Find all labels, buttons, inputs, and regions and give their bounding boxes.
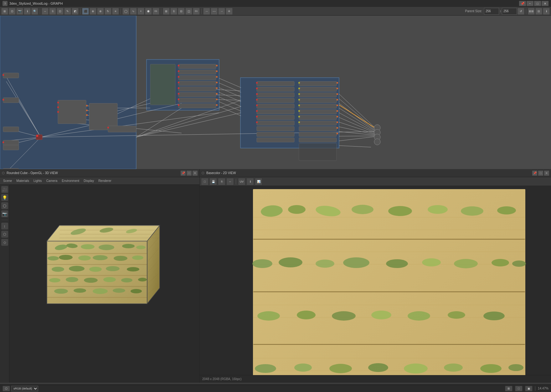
tab-camera[interactable]: Camera bbox=[44, 178, 59, 183]
svg-rect-92 bbox=[257, 93, 294, 97]
pin-button[interactable]: 📌 bbox=[519, 1, 526, 6]
render-camera-icon[interactable]: 📷 bbox=[1, 210, 8, 217]
maximize-button[interactable]: □ bbox=[534, 1, 541, 6]
tb-dot[interactable]: ·− bbox=[203, 8, 210, 15]
svg-rect-135 bbox=[337, 116, 338, 117]
tb-info[interactable]: ℹ bbox=[24, 8, 31, 15]
svg-point-175 bbox=[52, 267, 64, 272]
tb-node1[interactable]: ⬟ bbox=[145, 8, 152, 15]
tb-arrow2[interactable]: −− bbox=[211, 8, 218, 15]
tb-split[interactable]: ◫ bbox=[185, 8, 192, 15]
svg-rect-65 bbox=[150, 64, 175, 105]
tb-zoom[interactable]: 🔍 bbox=[31, 8, 38, 15]
tb-camera[interactable]: 📷 bbox=[16, 8, 23, 15]
svg-point-182 bbox=[84, 278, 98, 283]
svg-point-246 bbox=[257, 311, 280, 321]
tb-home[interactable]: ⊞ bbox=[1, 8, 8, 15]
tab-display[interactable]: Display bbox=[82, 178, 96, 183]
svg-point-239 bbox=[316, 260, 334, 268]
tb-menu[interactable]: ≡ bbox=[112, 8, 119, 15]
tb-copy[interactable]: ⎘ bbox=[49, 8, 56, 15]
tb-num01[interactable]: 01 bbox=[152, 8, 159, 15]
tb-fill[interactable]: ⬛ bbox=[82, 8, 89, 15]
svg-line-48 bbox=[339, 105, 376, 128]
shape-icon[interactable]: ⬡ bbox=[1, 231, 8, 238]
tab-materials[interactable]: Materials bbox=[14, 178, 31, 183]
tab-scene[interactable]: Scene bbox=[1, 178, 14, 183]
camera-view-icon[interactable]: 🎥 bbox=[1, 186, 8, 193]
tb-target[interactable]: ✛ bbox=[226, 8, 233, 15]
svg-rect-139 bbox=[58, 100, 86, 124]
svg-rect-80 bbox=[178, 99, 179, 100]
svg-point-233 bbox=[388, 206, 412, 216]
tb-edit[interactable]: ✎ bbox=[64, 8, 71, 15]
2d-btn-save[interactable]: 💾 bbox=[209, 178, 217, 185]
transform-icon[interactable]: ↕ bbox=[1, 223, 8, 230]
svg-line-23 bbox=[339, 122, 376, 134]
svg-rect-111 bbox=[299, 93, 337, 97]
2d-btn-1[interactable]: □ bbox=[201, 178, 209, 185]
svg-point-259 bbox=[480, 364, 502, 373]
svg-rect-1 bbox=[147, 59, 219, 110]
2d-btn-chart[interactable]: 📊 bbox=[255, 178, 262, 185]
parent-size-input-1[interactable] bbox=[484, 8, 499, 15]
view3d-close[interactable]: ✕ bbox=[193, 171, 198, 176]
tb-filter[interactable]: ⎘ bbox=[170, 8, 177, 15]
graph-area[interactable] bbox=[0, 16, 551, 169]
color-mode-btn[interactable]: ⬡ bbox=[3, 386, 10, 391]
svg-rect-125 bbox=[298, 105, 300, 106]
svg-rect-115 bbox=[299, 115, 337, 120]
2d-btn-copy[interactable]: ⎘ bbox=[218, 178, 225, 185]
tb-arrow3[interactable]: → bbox=[218, 8, 225, 15]
svg-line-8 bbox=[136, 106, 241, 137]
tb-multiview[interactable]: ⊞⊞ bbox=[528, 8, 535, 15]
status-view-btn[interactable]: □ bbox=[515, 386, 523, 391]
texture-preview-svg bbox=[200, 186, 551, 383]
view2d-pin[interactable]: 📌 bbox=[532, 171, 537, 176]
svg-rect-96 bbox=[257, 115, 294, 120]
tb-wave[interactable]: ∿ bbox=[130, 8, 137, 15]
tb-merge[interactable]: ⊟ bbox=[178, 8, 185, 15]
view2d-close[interactable]: ✕ bbox=[544, 171, 549, 176]
tab-lights[interactable]: Lights bbox=[32, 178, 44, 183]
tb-sub[interactable]: ⊗ bbox=[97, 8, 104, 15]
2d-btn-info[interactable]: ℹ bbox=[246, 178, 254, 185]
view2d-max[interactable]: □ bbox=[538, 171, 543, 176]
svg-rect-61 bbox=[3, 142, 4, 143]
tb-grid2[interactable]: ⊞ bbox=[163, 8, 170, 15]
tb-mask[interactable]: ◩ bbox=[72, 8, 79, 15]
close-button[interactable]: ✕ bbox=[542, 1, 548, 6]
parent-size-label: Parent Size: bbox=[464, 9, 483, 13]
tb-circle[interactable]: ◯ bbox=[122, 8, 129, 15]
view3d-pin[interactable]: 📌 bbox=[181, 171, 186, 176]
material-icon[interactable]: ⬡ bbox=[1, 202, 8, 209]
svg-point-188 bbox=[93, 288, 108, 294]
tb-square[interactable]: ⊡ bbox=[57, 8, 64, 15]
mesh-icon[interactable]: ◇ bbox=[1, 239, 8, 246]
minimize-button[interactable]: − bbox=[527, 1, 533, 6]
status-render-btn[interactable]: ▣ bbox=[525, 386, 533, 391]
tab-environment[interactable]: Environment bbox=[60, 178, 81, 183]
tb-arrow[interactable]: ↔ bbox=[42, 8, 49, 15]
tb-lib[interactable]: ⊟ bbox=[535, 8, 542, 15]
view-2d-viewport[interactable]: 2048 x 2048 (RGBA, 16bpc) bbox=[200, 186, 551, 383]
svg-rect-56 bbox=[3, 145, 19, 150]
tb-add[interactable]: ⊕ bbox=[90, 8, 96, 15]
light-icon[interactable]: 💡 bbox=[1, 194, 8, 201]
tb-num012[interactable]: 01 bbox=[193, 8, 200, 15]
status-grid-btn[interactable]: ⊞ bbox=[505, 386, 512, 391]
2d-btn-flip[interactable]: ↔ bbox=[226, 178, 234, 185]
tab-renderer[interactable]: Renderer bbox=[96, 178, 113, 183]
view-3d-panel: ⬡ Rounded Cube - OpenGL - 3D VIEW 📌 □ ✕ … bbox=[0, 169, 200, 383]
parent-size-input-2[interactable] bbox=[502, 8, 517, 15]
view3d-max[interactable]: □ bbox=[187, 171, 192, 176]
2d-btn-uv[interactable]: UV bbox=[238, 178, 245, 185]
tb-plus[interactable]: + bbox=[137, 8, 144, 15]
svg-rect-59 bbox=[3, 74, 4, 76]
tb-info2[interactable]: ℹ bbox=[543, 8, 550, 15]
view-3d-viewport[interactable] bbox=[9, 185, 199, 383]
reset-btn[interactable]: ↺ bbox=[518, 8, 524, 15]
tb-grid[interactable]: ⊡ bbox=[9, 8, 16, 15]
tb-rotate[interactable]: ↻ bbox=[105, 8, 111, 15]
color-mode-select[interactable]: sRGB (default) Linear bbox=[11, 386, 38, 391]
